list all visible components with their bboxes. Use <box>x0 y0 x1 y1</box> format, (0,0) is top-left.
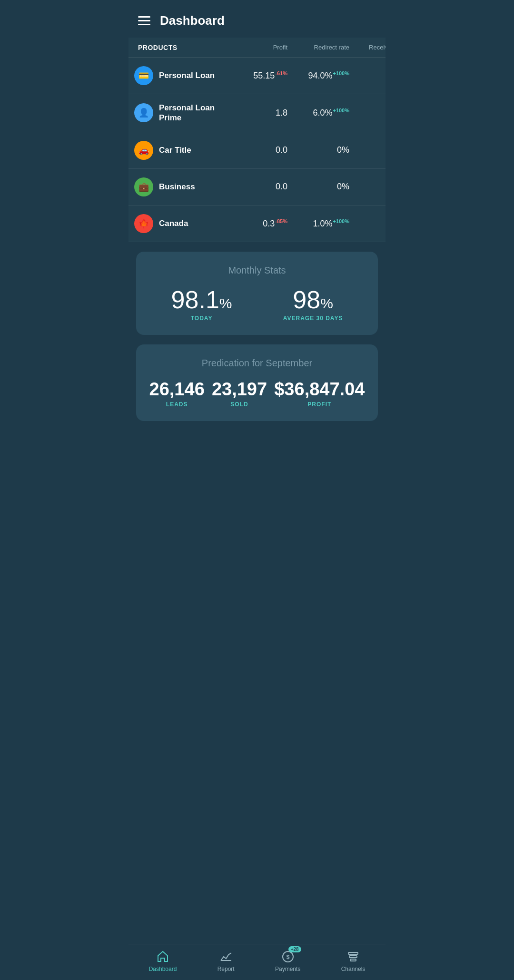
product-name: Personal Loan <box>159 70 215 80</box>
redirect-cell: 94.0%+100% <box>291 70 353 81</box>
profit-label: PROFIT <box>274 401 365 408</box>
product-cell: 🍁 Canada <box>134 214 229 233</box>
product-name: Personal Loan Prime <box>159 103 229 123</box>
product-cell: 💼 Business <box>134 177 229 196</box>
stats-row: 98.1% TODAY 98% AVERAGE 30 DAYS <box>146 287 368 322</box>
profit-cell: 0.0 <box>229 145 291 155</box>
product-cell: 💳 Personal Loan <box>134 66 229 85</box>
product-icon: 💼 <box>134 177 153 196</box>
leads-cell: 3+100% <box>353 145 386 156</box>
product-icon: 🍁 <box>134 214 153 233</box>
sold-stat: 23,197 SOLD <box>212 380 267 408</box>
today-stat: 98.1% TODAY <box>171 287 232 322</box>
avg-stat: 98% AVERAGE 30 DAYS <box>283 287 343 322</box>
product-cell: 👤 Personal Loan Prime <box>134 103 229 123</box>
leads-cell: 1-75% <box>353 218 386 229</box>
menu-button[interactable] <box>138 16 150 25</box>
today-label: TODAY <box>171 315 232 322</box>
profit-value: $36,847.04 <box>274 380 365 398</box>
redirect-cell: 0% <box>291 182 353 192</box>
leads-cell: 108-4% <box>353 70 386 81</box>
products-table: PRODUCTS Profit Redirect rate Received l… <box>128 38 386 242</box>
redirect-badge: +100% <box>333 70 349 76</box>
product-cell: 🚗 Car Title <box>134 141 229 160</box>
page-title: Dashboard <box>160 13 225 28</box>
col-received-leads: Received leads <box>353 44 386 51</box>
product-icon: 🚗 <box>134 141 153 160</box>
prediction-stats: 26,146 LEADS 23,197 SOLD $36,847.04 PROF… <box>146 380 368 408</box>
profit-stat: $36,847.04 PROFIT <box>274 380 365 408</box>
table-row[interactable]: 🚗 Car Title 0.0 0% 3+100% 0 <box>128 132 386 169</box>
sold-value: 23,197 <box>212 380 267 398</box>
col-profit: Profit <box>229 44 291 51</box>
prediction-title: Predication for September <box>146 358 368 369</box>
profit-cell: 0.3-85% <box>229 218 291 229</box>
profit-cell: 1.8 <box>229 108 291 118</box>
redirect-cell: 6.0%+100% <box>291 108 353 118</box>
product-name: Business <box>159 182 195 192</box>
profit-badge: -85% <box>275 218 287 224</box>
leads-label: LEADS <box>149 401 205 408</box>
col-redirect-rate: Redirect rate <box>291 44 353 51</box>
redirect-badge: +100% <box>333 218 349 224</box>
avg-label: AVERAGE 30 DAYS <box>283 315 343 322</box>
table-body: 💳 Personal Loan 55.15-61% 94.0%+100% 108… <box>128 58 386 242</box>
redirect-cell: 1.0%+100% <box>291 218 353 229</box>
profit-badge: -61% <box>275 70 287 76</box>
avg-value: 98% <box>283 287 343 312</box>
monthly-stats-title: Monthly Stats <box>146 265 368 276</box>
table-row[interactable]: 👤 Personal Loan Prime 1.8 6.0%+100% 6 6 <box>128 94 386 132</box>
leads-stat: 26,146 LEADS <box>149 380 205 408</box>
monthly-stats-card: Monthly Stats 98.1% TODAY 98% AVERAGE 30… <box>136 252 378 335</box>
today-value: 98.1% <box>171 287 232 312</box>
sold-label: SOLD <box>212 401 267 408</box>
col-products: PRODUCTS <box>134 44 229 51</box>
table-header: PRODUCTS Profit Redirect rate Received l… <box>128 38 386 58</box>
header: Dashboard <box>128 0 386 38</box>
profit-cell: 55.15-61% <box>229 70 291 81</box>
product-name: Canada <box>159 218 188 228</box>
product-icon: 💳 <box>134 66 153 85</box>
leads-cell: 1 <box>353 182 386 192</box>
prediction-card: Predication for September 26,146 LEADS 2… <box>136 344 378 421</box>
table-row[interactable]: 🍁 Canada 0.3-85% 1.0%+100% 1-75% 1 <box>128 206 386 242</box>
leads-cell: 6 <box>353 108 386 118</box>
leads-value: 26,146 <box>149 380 205 398</box>
product-name: Car Title <box>159 145 191 155</box>
product-icon: 👤 <box>134 103 153 122</box>
table-row[interactable]: 💼 Business 0.0 0% 1 0 <box>128 169 386 206</box>
redirect-cell: 0% <box>291 145 353 155</box>
redirect-badge: +100% <box>333 108 349 113</box>
profit-cell: 0.0 <box>229 182 291 192</box>
table-row[interactable]: 💳 Personal Loan 55.15-61% 94.0%+100% 108… <box>128 58 386 94</box>
